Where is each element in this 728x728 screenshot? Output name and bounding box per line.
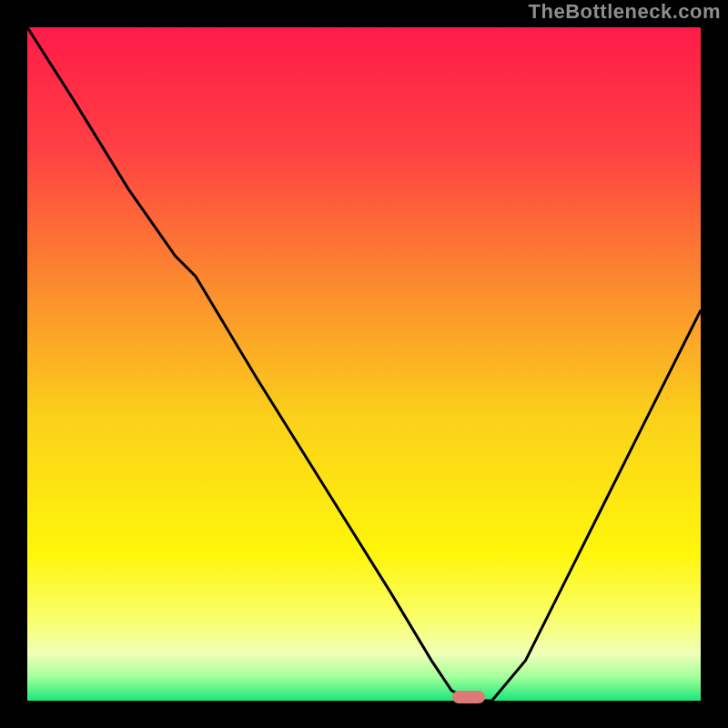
chart-frame: TheBottleneck.com	[0, 0, 728, 728]
optimal-marker	[452, 691, 485, 703]
watermark-text: TheBottleneck.com	[529, 0, 721, 24]
plot-svg	[27, 27, 701, 701]
plot-area	[27, 27, 701, 701]
gradient-background	[27, 27, 701, 701]
